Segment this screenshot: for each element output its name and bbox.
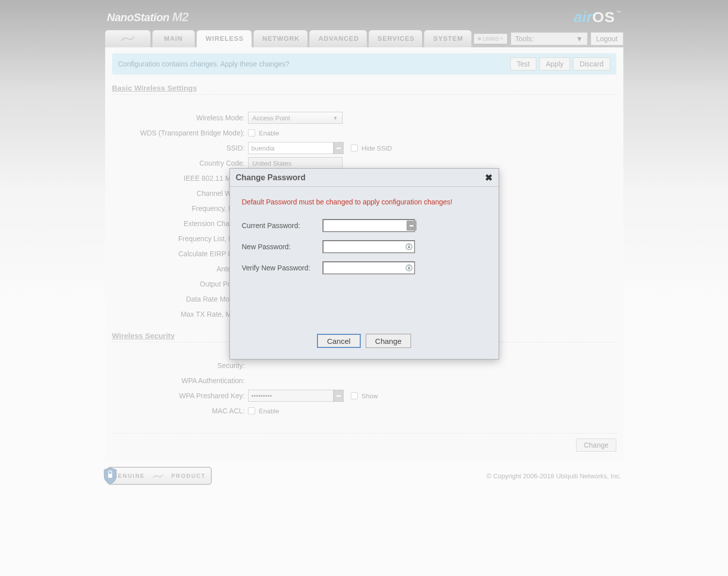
svg-rect-2 xyxy=(408,246,410,248)
password-reveal-icon[interactable]: ••• xyxy=(407,221,417,231)
label-current-password: Current Password: xyxy=(242,222,322,230)
label-new-password: New Password: xyxy=(242,243,322,251)
lock-icon xyxy=(405,243,413,251)
verify-password-input[interactable] xyxy=(322,261,415,274)
svg-rect-4 xyxy=(408,267,410,269)
modal-warning-text: Default Password must be changed to appl… xyxy=(242,198,487,206)
change-password-modal: Change Password ✖ Default Password must … xyxy=(229,168,499,359)
label-verify-password: Verify New Password: xyxy=(242,264,322,272)
cancel-button[interactable]: Cancel xyxy=(317,334,361,348)
current-password-input[interactable] xyxy=(322,219,415,232)
modal-change-button[interactable]: Change xyxy=(366,334,412,348)
close-icon[interactable]: ✖ xyxy=(485,172,493,183)
new-password-input[interactable] xyxy=(322,240,415,253)
lock-icon xyxy=(405,264,413,272)
modal-title-text: Change Password xyxy=(236,173,306,182)
